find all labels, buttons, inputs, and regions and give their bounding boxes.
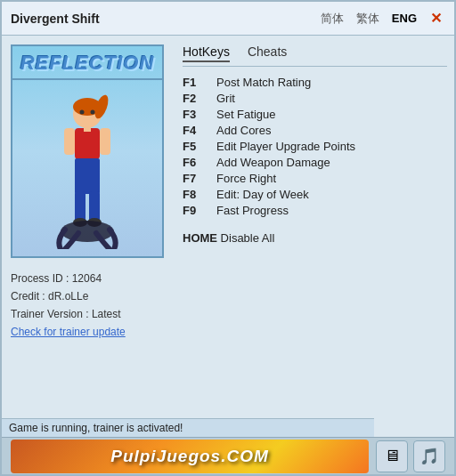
svg-rect-7 — [75, 158, 100, 194]
hotkey-row-f5: F5Edit Player Upgrade Points — [183, 140, 447, 153]
right-panel: HotKeys Cheats F1Post Match RatingF2Grit… — [175, 36, 454, 437]
home-section: HOME Disable All — [183, 231, 447, 245]
hotkey-key-f9: F9 — [183, 204, 209, 217]
hotkey-action-f5: Edit Player Upgrade Points — [216, 140, 355, 153]
hotkey-action-f9: Fast Progress — [216, 204, 289, 217]
hotkey-action-f4: Add Cores — [216, 124, 271, 137]
hotkey-key-f1: F1 — [183, 76, 209, 89]
lang-traditional[interactable]: 繁体 — [354, 10, 382, 28]
hotkey-key-f4: F4 — [183, 124, 209, 137]
hotkey-action-f6: Add Weapon Damage — [216, 156, 330, 169]
svg-rect-5 — [64, 128, 75, 155]
lang-english[interactable]: ENG — [389, 11, 419, 26]
home-action: HOME Disable All — [183, 231, 274, 245]
hotkey-row-f2: F2Grit — [183, 92, 447, 105]
process-id: Process ID : 12064 — [11, 272, 167, 285]
left-panel: REFLECTION — [2, 36, 175, 437]
hotkey-row-f8: F8Edit: Day of Week — [183, 188, 447, 201]
process-info: Process ID : 12064 Credit : dR.oLLe Trai… — [11, 269, 167, 338]
close-button[interactable]: ✕ — [427, 10, 445, 27]
lang-buttons: 简体 繁体 ENG ✕ — [318, 10, 445, 28]
status-bar: PulpiJuegos.COM 🖥 🎵 — [2, 437, 454, 474]
hotkey-action-f8: Edit: Day of Week — [216, 188, 309, 201]
monitor-icon: 🖥 — [384, 447, 400, 465]
app-title: Divergent Shift — [11, 12, 309, 26]
svg-rect-3 — [75, 128, 100, 159]
hotkeys-list: F1Post Match RatingF2GritF3Set FatigueF4… — [183, 76, 447, 217]
hotkey-key-f5: F5 — [183, 140, 209, 153]
svg-rect-8 — [75, 191, 86, 222]
game-image: REFLECTION — [11, 44, 164, 258]
update-link[interactable]: Check for trainer update — [11, 326, 167, 338]
credit: Credit : dR.oLLe — [11, 290, 167, 303]
svg-rect-4 — [84, 126, 91, 132]
tab-hotkeys[interactable]: HotKeys — [183, 44, 230, 62]
hotkey-row-f4: F4Add Cores — [183, 124, 447, 137]
main-content: REFLECTION — [2, 36, 454, 437]
hotkey-row-f7: F7Force Right — [183, 172, 447, 185]
music-icon: 🎵 — [419, 447, 439, 466]
title-bar: Divergent Shift 简体 繁体 ENG ✕ — [2, 2, 454, 36]
hotkey-row-f9: F9Fast Progress — [183, 204, 447, 217]
hotkey-action-f7: Force Right — [216, 172, 276, 185]
tabs: HotKeys Cheats — [183, 39, 447, 67]
music-icon-button[interactable]: 🎵 — [413, 440, 445, 472]
watermark-text: PulpiJuegos.COM — [110, 447, 269, 466]
game-character — [43, 89, 132, 252]
hotkey-key-f8: F8 — [183, 188, 209, 201]
hotkey-row-f1: F1Post Match Rating — [183, 76, 447, 89]
hotkey-key-f7: F7 — [183, 172, 209, 185]
hotkey-key-f6: F6 — [183, 156, 209, 169]
status-icons: 🖥 🎵 — [376, 440, 445, 472]
svg-rect-6 — [100, 128, 110, 155]
monitor-icon-button[interactable]: 🖥 — [376, 440, 408, 472]
svg-point-2 — [73, 98, 102, 116]
hotkey-key-f2: F2 — [183, 92, 209, 105]
svg-point-12 — [61, 221, 114, 242]
hotkey-key-f3: F3 — [183, 108, 209, 121]
tab-cheats[interactable]: Cheats — [248, 44, 287, 62]
app-window: Divergent Shift 简体 繁体 ENG ✕ REFLECTION — [0, 0, 456, 476]
hotkey-row-f6: F6Add Weapon Damage — [183, 156, 447, 169]
hotkey-action-f2: Grit — [216, 92, 235, 105]
watermark: PulpiJuegos.COM — [11, 440, 369, 473]
svg-point-13 — [80, 110, 85, 115]
trainer-version: Trainer Version : Latest — [11, 308, 167, 320]
lang-simplified[interactable]: 简体 — [318, 10, 346, 28]
svg-point-14 — [91, 110, 95, 115]
status-message: Game is running, trainer is activated! — [2, 418, 374, 437]
hotkey-action-f1: Post Match Rating — [216, 76, 311, 89]
svg-rect-9 — [89, 191, 100, 222]
game-image-title: REFLECTION — [12, 52, 162, 80]
hotkey-action-f3: Set Fatigue — [216, 108, 276, 121]
hotkey-row-f3: F3Set Fatigue — [183, 108, 447, 121]
